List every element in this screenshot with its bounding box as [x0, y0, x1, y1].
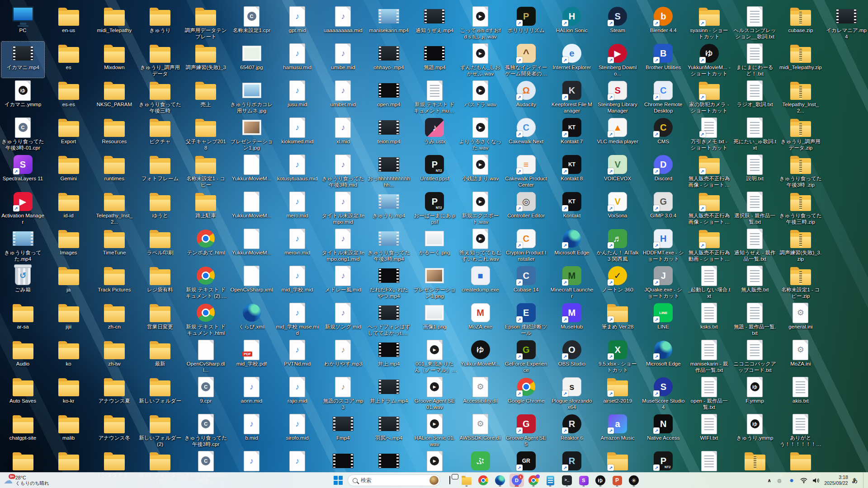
desktop-icon[interactable]: 路上駐車 [184, 190, 227, 226]
desktop-icon[interactable]: アナウンス冬 [93, 412, 136, 448]
desktop-icon[interactable]: TimeTune [93, 227, 136, 263]
desktop-icon[interactable]: ♪uaaaaaaaaa.mid [321, 5, 364, 41]
desktop-icon[interactable]: midi_Telepathy [93, 5, 136, 41]
taskbar-app-powerpoint[interactable]: P [610, 474, 624, 487]
tray-chevron-up-icon[interactable]: ∧ [767, 478, 771, 483]
desktop-icon[interactable]: WIFI.txt [688, 412, 731, 448]
desktop-icon[interactable]: ゆイカマニ.ymmp [1, 79, 44, 115]
desktop-icon[interactable]: 無題.mp4 [413, 42, 456, 78]
desktop-icon[interactable]: きゅうり_調声用データ [139, 42, 182, 78]
desktop-icon[interactable]: Track Pictures [93, 264, 136, 300]
desktop-icon[interactable]: プレゼンテーション1.png [413, 264, 456, 300]
desktop-icon[interactable]: Gemini [47, 153, 90, 189]
volume-icon[interactable] [812, 475, 820, 485]
desktop-icon[interactable]: ⚙Accessibility.dll [459, 375, 502, 411]
desktop-icon[interactable]: イカレマニア.mp4 [825, 5, 868, 41]
desktop-icon[interactable]: V↗VoiSona [596, 190, 639, 226]
desktop-icon[interactable]: きゅうり食ってた午後三時 [139, 79, 182, 115]
desktop-icon[interactable]: ヘルスコンプレッション__歌詞.txt [733, 5, 776, 41]
desktop-icon[interactable]: H↗HDDFMT.exe - ショートカット [642, 227, 685, 263]
desktop-icon[interactable]: ♪sirofo.mid [276, 412, 319, 448]
desktop-icon[interactable]: 新しいフォルダー [139, 375, 182, 411]
desktop-icon[interactable]: G↗GeForce Experience [505, 338, 547, 374]
desktop-icon[interactable]: 羽尻へ.mp4 [368, 412, 410, 448]
desktop-icon[interactable]: ♪わかりやす.mp3 [321, 338, 364, 374]
desktop-icon[interactable]: ♪mero.mid [276, 190, 319, 226]
desktop-icon[interactable]: Mixdown [93, 42, 136, 78]
start-button[interactable] [331, 474, 345, 487]
desktop-icon[interactable]: ありがとう！！！！！！.txt [779, 412, 822, 448]
desktop-icon[interactable]: 通知うぜえ - 親作品一覧.txt [733, 227, 776, 263]
desktop-icon[interactable]: 名称未設定1 - コピー.zip [779, 264, 822, 300]
desktop-icon[interactable]: ニコニコバックアップコード.txt [733, 338, 776, 374]
desktop-icon[interactable]: Audio [1, 338, 44, 374]
desktop-icon[interactable]: ⚙AWSSDK.Core.dll [459, 412, 502, 448]
desktop-icon[interactable]: ラジオ_歌詞.txt [733, 79, 776, 115]
desktop-icon[interactable]: まにまにわーるど！.txt [733, 42, 776, 78]
desktop-icon[interactable]: ksks.txt [688, 301, 731, 337]
desktop-icon[interactable]: J↗JQuake.exe - ショートカット [642, 264, 685, 300]
desktop-icon[interactable]: くらび.xml [230, 301, 273, 337]
desktop-icon[interactable]: ピクチャ [139, 116, 182, 152]
desktop-icon[interactable]: ⚙general.ini [779, 301, 822, 337]
desktop-icon[interactable]: ♪rajio.mid [276, 375, 319, 411]
desktop-icon[interactable]: KT↗Kontakt 7 [550, 116, 593, 152]
desktop-icon[interactable]: 新規 テキスト ドキュメント.html [184, 301, 227, 337]
desktop-icon[interactable]: かるーく.png [413, 227, 456, 263]
desktop-icon[interactable]: Resources [93, 116, 136, 152]
taskbar-app-file-explorer[interactable] [459, 474, 474, 487]
desktop-icon[interactable]: C9.cpr [184, 375, 227, 411]
desktop-icon[interactable]: ♪タイトル未設定.tempo.orig1.mid [321, 227, 364, 263]
desktop-icon[interactable]: ↗筆まめ Ver.28 [596, 301, 639, 337]
desktop-icon[interactable]: a↗Amazon Music [596, 412, 639, 448]
desktop-icon[interactable]: ◎↗Controller Editor [505, 190, 547, 226]
desktop-icon[interactable]: テンポあて.html [184, 227, 227, 263]
desktop-icon[interactable]: YukkuriMovieM... [230, 190, 273, 226]
desktop-icon[interactable]: 死にたい_ゅ歌詞.txt [733, 116, 776, 152]
desktop-icon[interactable]: C↗Cakewalk Next [505, 116, 547, 152]
desktop-icon[interactable]: ▶HALion Sonic 01.wav [413, 412, 456, 448]
desktop-icon[interactable]: ▶ずんだもん_しおかぜふ.wav [459, 42, 502, 78]
desktop-icon[interactable]: zh-tw [93, 338, 136, 374]
desktop-icon[interactable]: P↗ポリリリリズム [505, 5, 547, 41]
desktop-icon[interactable]: きゅうり食ってた午後3時 .zip [779, 153, 822, 189]
desktop-icon[interactable]: ▶新規エクスポート.wav [459, 190, 502, 226]
desktop-icon[interactable]: ▶Groove Agent SE 01.wav [413, 375, 456, 411]
desktop-icon[interactable]: ja [47, 264, 90, 300]
desktop-icon[interactable]: ゆYukkuriMovieM... [459, 338, 502, 374]
desktop-icon[interactable]: ♪gpt.mid [276, 5, 319, 41]
desktop-icon[interactable]: teion.mp4 [368, 116, 410, 152]
desktop-icon[interactable]: YukkuriMovieM... [230, 153, 273, 189]
desktop-icon[interactable]: C名称未設定1.cpr [230, 5, 273, 41]
desktop-icon[interactable]: ♪jusu.mid [276, 79, 319, 115]
taskbar-app-terminal[interactable]: >_ [560, 474, 574, 487]
desktop-icon[interactable]: ♬↗かんたん！ AITalk 3 関西風 [596, 227, 639, 263]
desktop-icon[interactable]: 売上 [184, 79, 227, 115]
desktop-icon[interactable]: KT↗Kontakt [550, 190, 593, 226]
desktop-icon[interactable]: ▶小銭詰まり.wav [459, 153, 502, 189]
desktop-icon[interactable]: ↗家の防犯カメラ - ショートカット [688, 79, 731, 115]
desktop-icon[interactable]: es [47, 42, 90, 78]
desktop-icon[interactable]: ♪メドレー風.mid [321, 264, 364, 300]
desktop-icon[interactable]: ♪xl.mid [321, 116, 364, 152]
desktop-icon[interactable]: ⚙MoZA.ini [779, 338, 822, 374]
desktop-icon[interactable]: 井上ドラム.mp4 [368, 375, 410, 411]
desktop-icon[interactable]: ▲↗VLC media player [596, 116, 639, 152]
desktop-icon[interactable]: ♪mid_学校.mid [276, 264, 319, 300]
taskbar-app-notepad[interactable] [543, 474, 557, 487]
desktop-icon[interactable]: jijii [47, 301, 90, 337]
desktop-icon[interactable]: 調声練習(失敗)_3 [184, 42, 227, 78]
desktop-icon[interactable]: イカマニ.mp4 [1, 42, 44, 78]
desktop-icon[interactable]: 新しいフォルダー (2) [139, 412, 182, 448]
desktop-icon[interactable]: midi_Telepathy.zip [779, 42, 822, 78]
desktop-icon[interactable]: ゆきゅうり.ymmp [733, 412, 776, 448]
desktop-icon[interactable]: S↗Steam [596, 5, 639, 41]
desktop-icon[interactable]: 通知うぜえ.mp4 [413, 5, 456, 41]
desktop-icon[interactable]: b↗Blender 4.4 [642, 5, 685, 41]
desktop-icon[interactable]: S↗SpectraLayers 11 [1, 153, 44, 189]
desktop-icon[interactable]: 選択肢 - 親作品一覧.txt [733, 190, 776, 226]
desktop-icon[interactable]: zh-cn [93, 301, 136, 337]
desktop-icon[interactable]: きゅうり [139, 5, 182, 41]
weather-widget[interactable]: ☁9+ 28°C くもりのち晴れ [4, 475, 49, 486]
desktop-icon[interactable]: おっhhhhhhhhhhhhh... [368, 153, 410, 189]
